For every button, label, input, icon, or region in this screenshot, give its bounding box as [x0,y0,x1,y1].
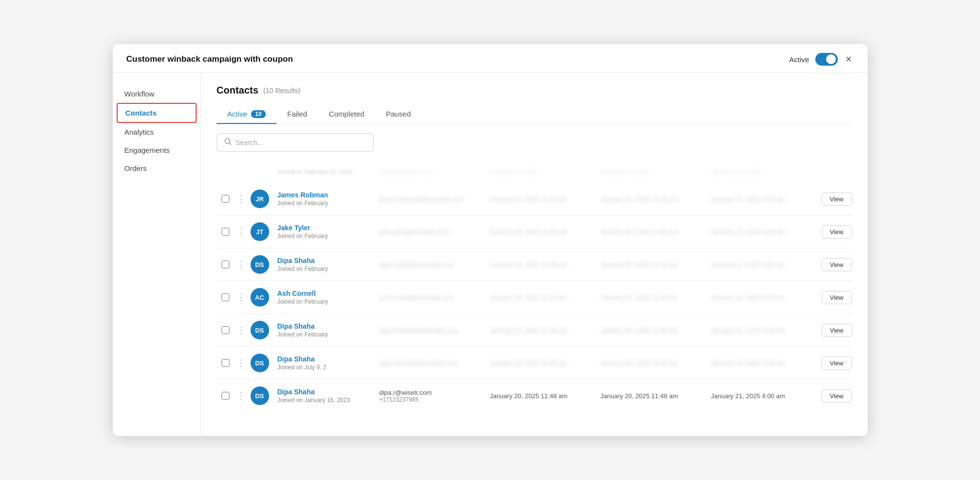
row-dots-col[interactable]: ⋮ [234,193,248,204]
svg-line-1 [229,143,231,145]
view-button[interactable]: View [822,357,852,370]
row-checkbox[interactable] [222,293,229,301]
contact-joined: Joined on February [277,265,376,272]
modal-title: Customer winback campaign with coupon [126,54,293,64]
view-button[interactable]: View [822,258,852,271]
row-info-col: Dipa Shaha Joined on July 9, 2 [277,355,376,371]
row-view-col[interactable]: View [818,192,852,206]
row-checkbox[interactable] [222,326,229,334]
sidebar: Workflow Contacts Analytics Engagements … [113,73,201,436]
contact-joined: Joined on February [277,331,376,338]
contact-name[interactable]: Dipa Shaha [277,355,376,363]
tab-paused-label: Paused [386,110,411,118]
sidebar-item-analytics[interactable]: Analytics [113,123,201,141]
row-date2-col: January 20, 2025 11:48 am [597,228,707,236]
row-view-col[interactable]: View [818,389,852,403]
tab-failed[interactable]: Failed [276,105,318,124]
table-row: Joined on February 10, 2024 xxxxxxxx@xxx… [217,161,852,183]
row-checkbox[interactable] [222,261,229,268]
modal-body: Workflow Contacts Analytics Engagements … [113,73,868,436]
row-checkbox[interactable] [222,359,229,367]
row-email-col: dipa.shaha3@example.com [376,360,486,367]
row-checkbox-col[interactable] [217,326,234,334]
avatar: DS [251,354,269,372]
search-input[interactable] [236,139,366,146]
row-dots-col[interactable]: ⋮ [234,390,248,401]
row-dots-col[interactable]: ⋮ [234,325,248,336]
contact-joined: Joined on July 9, 2 [277,364,376,371]
row-dots-col[interactable]: ⋮ [234,292,248,303]
row-view-col[interactable]: View [818,291,852,304]
row-email-col: james.robman@example.com [376,195,486,203]
row-date1-col: January 20, 2025 11:48 am [486,228,597,236]
modal-container: Customer winback campaign with coupon Ac… [113,44,868,436]
contact-name[interactable]: Jake Tyler [277,224,376,232]
row-view-col[interactable]: View [818,357,852,370]
contact-name[interactable]: Dipa Shaha [277,257,376,264]
contact-name[interactable]: Ash Cornell [277,289,376,297]
row-checkbox[interactable] [222,195,229,203]
modal-header: Customer winback campaign with coupon Ac… [113,44,868,73]
tab-failed-label: Failed [287,110,307,118]
avatar: DS [251,255,269,274]
sidebar-item-orders[interactable]: Orders [113,159,201,177]
row-checkbox[interactable] [222,392,229,400]
row-avatar-col: DS [248,321,272,339]
row-date1-col: January 20, 2025 11:48 am [486,294,597,301]
row-checkbox-col[interactable] [217,359,234,367]
contact-joined: Joined on February [277,233,376,240]
contact-name[interactable]: Dipa Shaha [277,322,376,330]
row-avatar-col: AC [248,288,272,307]
row-avatar-col: JT [248,222,272,241]
contact-joined: Joined on February [277,200,376,207]
row-date1-col: January 20, 2025 11:48 am [486,195,597,203]
avatar: JT [251,222,269,241]
view-button[interactable]: View [822,389,852,403]
view-button[interactable]: View [822,192,852,206]
row-date3-col: January 21, 2025 4:00 am [707,392,818,400]
contact-email: dipa.r@wisetr.com [379,389,482,396]
row-view-col[interactable]: View [818,324,852,337]
contact-name[interactable]: James Robman [277,191,376,199]
row-date3-col: January 21, 2025 4:00 am [707,261,818,268]
row-view-col[interactable]: View [818,258,852,271]
close-button[interactable]: × [844,53,854,66]
contacts-table: Joined on February 10, 2024 xxxxxxxx@xxx… [217,161,852,412]
row-info-col: Joined on February 10, 2024 [277,168,376,175]
row-date1-col: January 20, 2025 11:48 am [486,327,597,334]
sidebar-item-contacts[interactable]: Contacts [117,103,197,123]
row-checkbox-col[interactable] [217,293,234,301]
row-checkbox[interactable] [222,228,229,236]
row-email-col: dipa.r@wisetr.com +17123237985 [376,389,486,403]
row-dots-col[interactable]: ⋮ [234,259,248,270]
row-checkbox-col[interactable] [217,392,234,400]
tab-paused[interactable]: Paused [375,105,422,124]
row-view-col[interactable]: View [818,225,852,239]
row-info-col: Dipa Shaha Joined on February [277,322,376,338]
row-date2-col: January 20, 2025 11:48 am [597,195,707,203]
row-checkbox-col[interactable] [217,228,234,236]
row-info-col: Ash Cornell Joined on February [277,289,376,305]
tab-completed[interactable]: Completed [318,105,376,124]
row-checkbox-col[interactable] [217,261,234,268]
row-dots-col[interactable]: ⋮ [234,226,248,237]
avatar: JR [251,190,269,208]
contact-name[interactable]: Dipa Shaha [277,388,376,396]
table-row: ⋮ DS Dipa Shaha Joined on January 16, 20… [217,380,852,412]
table-row: ⋮ JR James Robman Joined on February jam… [217,183,852,216]
view-button[interactable]: View [822,225,852,239]
row-date1-col: January 20, 2025 [486,168,597,175]
results-count: (10 Results) [263,87,300,95]
row-dots-col[interactable]: ⋮ [234,358,248,368]
tab-active[interactable]: Active 10 [217,105,276,124]
row-checkbox-col[interactable] [217,195,234,203]
table-row: ⋮ DS Dipa Shaha Joined on February dipa.… [217,314,852,347]
active-toggle[interactable] [815,53,838,66]
view-button[interactable]: View [822,324,852,337]
sidebar-item-workflow[interactable]: Workflow [113,85,201,103]
row-info-col: Dipa Shaha Joined on February [277,257,376,272]
sidebar-item-engagements[interactable]: Engagements [113,141,201,159]
row-date3-col: January 21, 2025 4:00 am [707,327,818,334]
table-row: ⋮ DS Dipa Shaha Joined on February dipa.… [217,248,852,281]
view-button[interactable]: View [822,291,852,304]
